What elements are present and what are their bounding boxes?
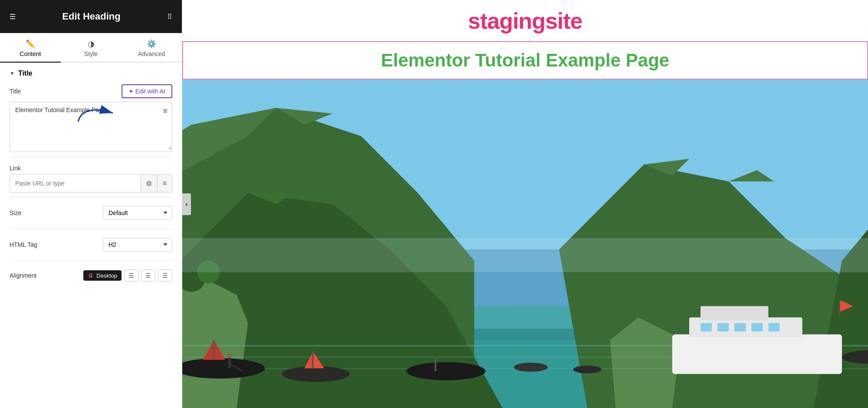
tab-content[interactable]: ✏️ Content — [0, 33, 61, 62]
divider-4 — [10, 260, 172, 261]
title-textarea[interactable]: Elementor Tutorial Example Page — [10, 102, 172, 150]
title-label: Title — [10, 88, 21, 95]
grid-icon[interactable]: ⠿ — [167, 13, 172, 21]
device-badge[interactable]: 🖥 Desktop — [83, 270, 122, 281]
title-textarea-wrapper: Elementor Tutorial Example Page ≡ — [10, 102, 172, 152]
align-right-button[interactable]: ☰ — [158, 269, 172, 282]
size-select[interactable]: Default Small Medium Large XL XXL — [103, 206, 172, 220]
hamburger-icon[interactable]: ☰ — [10, 13, 16, 21]
heading-banner: Elementor Tutorial Example Page — [182, 41, 868, 80]
edit-ai-button[interactable]: ✦ Edit with AI — [122, 84, 172, 98]
panel-title: Edit Heading — [62, 11, 120, 22]
link-input[interactable] — [10, 176, 140, 191]
svg-rect-35 — [734, 323, 746, 332]
html-tag-row: HTML Tag H1 H2 H3 H4 H5 H6 div span p — [0, 233, 182, 256]
svg-rect-21 — [213, 340, 214, 360]
divider-2 — [10, 197, 172, 197]
align-center-button[interactable]: ☰ — [141, 269, 155, 282]
alignment-row: Alignment 🖥 Desktop ☰ ☰ ☰ — [0, 265, 182, 286]
preview-content: Elementor Tutorial Example Page — [182, 41, 868, 408]
sidebar: ☰ Edit Heading ⠿ ✏️ Content ◑ Style ⚙️ A… — [0, 0, 182, 408]
svg-point-25 — [282, 366, 350, 382]
heading-text: Elementor Tutorial Example Page — [201, 50, 850, 71]
align-left-button[interactable]: ☰ — [124, 269, 138, 282]
svg-rect-36 — [751, 323, 763, 332]
tab-advanced-label: Advanced — [138, 50, 165, 57]
alignment-label: Alignment — [10, 272, 83, 279]
preview-top-bar: stagingsite — [182, 0, 868, 41]
sidebar-header: ☰ Edit Heading ⠿ — [0, 0, 182, 33]
svg-rect-32 — [700, 306, 768, 320]
pencil-icon: ✏️ — [26, 39, 35, 49]
gear-icon: ⚙️ — [147, 39, 156, 49]
link-dynamic-button[interactable]: ≡ — [157, 175, 172, 192]
svg-point-23 — [227, 354, 231, 358]
divider-3 — [10, 229, 172, 229]
circle-half-icon: ◑ — [88, 39, 95, 49]
main-preview: stagingsite Elementor Tutorial Example P… — [182, 0, 868, 408]
tab-content-label: Content — [20, 50, 41, 57]
svg-rect-30 — [672, 335, 842, 374]
tab-advanced[interactable]: ⚙️ Advanced — [121, 33, 182, 62]
link-label: Link — [0, 161, 182, 174]
section-title-label: Title — [18, 70, 33, 77]
link-settings-button[interactable]: ⚙ — [140, 175, 157, 192]
size-label: Size — [10, 209, 21, 216]
divider-1 — [10, 156, 172, 157]
monitor-icon: 🖥 — [88, 272, 94, 279]
title-section-header[interactable]: ▼ Title — [0, 63, 182, 83]
alignment-controls: 🖥 Desktop ☰ ☰ ☰ — [83, 269, 172, 282]
svg-point-28 — [406, 362, 485, 380]
svg-rect-34 — [717, 323, 729, 332]
device-label: Desktop — [96, 272, 117, 279]
svg-point-43 — [573, 365, 602, 373]
tab-style[interactable]: ◑ Style — [61, 33, 122, 62]
title-field-row: Title ✦ Edit with AI — [0, 83, 182, 102]
tab-style-label: Style — [84, 50, 98, 57]
svg-rect-38 — [839, 300, 840, 317]
svg-rect-29 — [434, 357, 436, 372]
collapse-arrow-icon: ▼ — [10, 70, 15, 76]
hero-image — [182, 80, 868, 408]
size-row: Size Default Small Medium Large XL XXL — [0, 202, 182, 224]
svg-rect-27 — [312, 352, 314, 368]
sidebar-content: ▼ Title Title ✦ Edit with AI Elementor T… — [0, 63, 182, 408]
svg-rect-37 — [768, 323, 779, 332]
html-tag-label: HTML Tag — [10, 241, 37, 248]
link-input-row: ⚙ ≡ — [10, 174, 172, 192]
svg-point-42 — [514, 363, 548, 372]
svg-rect-47 — [182, 238, 868, 272]
svg-rect-33 — [700, 323, 712, 332]
collapse-sidebar-handle[interactable]: ‹ — [182, 193, 191, 215]
site-logo: stagingsite — [468, 8, 582, 34]
html-tag-select[interactable]: H1 H2 H3 H4 H5 H6 div span p — [103, 238, 172, 252]
tabs-bar: ✏️ Content ◑ Style ⚙️ Advanced — [0, 33, 182, 63]
dynamic-tags-icon[interactable]: ≡ — [163, 106, 168, 116]
